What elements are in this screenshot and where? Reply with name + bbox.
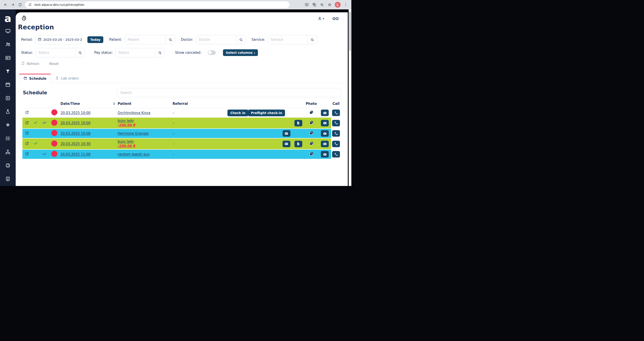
translate-icon[interactable]: [311, 1, 318, 8]
forward-button[interactable]: [10, 1, 16, 8]
open-record-icon[interactable]: [25, 142, 29, 146]
open-record-icon[interactable]: [25, 110, 29, 114]
settings-gears-icon[interactable]: ⚙⚙: [332, 16, 338, 21]
open-record-icon[interactable]: [25, 131, 29, 135]
photos-icon[interactable]: [309, 131, 314, 135]
user-menu-button[interactable]: ▾: [318, 16, 324, 21]
card-button[interactable]: [282, 130, 290, 137]
patient-link[interactable]: Hermione Granger: [118, 132, 149, 136]
table-search-input[interactable]: [117, 88, 341, 97]
reload-button[interactable]: [16, 1, 23, 8]
camera-button[interactable]: [321, 120, 329, 126]
table-row: 20.03.2025 10:00 busy lady -200.00 ₽ – C…: [22, 118, 341, 129]
sidebar-item-add[interactable]: [0, 92, 16, 105]
sidebar-item-calendar[interactable]: [0, 78, 16, 92]
tab-schedule[interactable]: Schedule: [19, 74, 51, 83]
document-button[interactable]: [294, 141, 302, 147]
phone-button[interactable]: [332, 130, 340, 137]
profile-avatar[interactable]: L: [335, 2, 340, 8]
period-input[interactable]: 2025-03-20 - 2025-03-2: [36, 35, 82, 44]
pay-status-input[interactable]: [116, 48, 155, 57]
phone-button[interactable]: [332, 151, 340, 158]
camera-button[interactable]: [321, 130, 329, 137]
appointment-time-link[interactable]: 20.03.2025 10:00: [60, 121, 90, 125]
sidebar-item-desktop[interactable]: [0, 24, 16, 38]
sidebar-item-cashier[interactable]: [0, 159, 16, 172]
doctor-search-button[interactable]: [236, 35, 246, 44]
sort-icon[interactable]: ↕: [113, 102, 116, 106]
patient-balance[interactable]: -200.00 ₽: [118, 123, 171, 127]
table-row: 20.03.2025 10:00 Ovchinnikova Kivsa – Ch…: [22, 108, 341, 118]
page-title: Reception: [16, 24, 348, 32]
sidebar-item-tasks[interactable]: [0, 132, 16, 145]
doctor-input[interactable]: [196, 35, 236, 44]
scrollbar[interactable]: [349, 10, 351, 186]
pay-status-search-button[interactable]: [155, 48, 164, 57]
check-in-button[interactable]: Check in: [228, 110, 248, 116]
preflight-check-in-button[interactable]: Preflight check-in: [248, 110, 285, 116]
camera-button[interactable]: [321, 151, 329, 158]
refresh-button[interactable]: Refresh: [21, 62, 40, 66]
phone-button[interactable]: [332, 120, 340, 126]
photos-icon[interactable]: [309, 141, 314, 146]
select-columns-button[interactable]: Select columns▾: [223, 49, 258, 56]
zoom-icon[interactable]: [319, 1, 325, 8]
today-button[interactable]: Today: [88, 36, 103, 43]
tab-lab-orders[interactable]: Lab orders: [51, 74, 83, 83]
show-canceled-toggle[interactable]: [208, 50, 216, 55]
sidebar-item-cryo[interactable]: ❄: [0, 118, 16, 132]
period-value: 2025-03-20 - 2025-03-2: [43, 38, 82, 42]
sidebar-item-structure[interactable]: [0, 145, 16, 159]
patient-link[interactable]: busy lady: [118, 119, 134, 123]
scrollbar-thumb[interactable]: [349, 12, 351, 51]
sidebar-item-lab[interactable]: [0, 105, 16, 118]
browser-toolbar: test.alpaca-dev.ru/cpl/reception L: [0, 0, 351, 10]
open-record-icon[interactable]: [25, 152, 29, 156]
patient-link[interactable]: Ovchinnikova Kivsa: [118, 111, 150, 115]
card-button[interactable]: [282, 141, 290, 147]
status-search-button[interactable]: [75, 48, 85, 57]
table-header-row: Date/Time ↕ Patient Referral Photo Call: [22, 100, 341, 108]
browser-menu-icon[interactable]: [342, 1, 349, 8]
address-bar[interactable]: test.alpaca-dev.ru/cpl/reception: [25, 1, 290, 8]
back-button[interactable]: [2, 1, 9, 8]
open-record-icon[interactable]: [25, 121, 29, 124]
pay-status-label: Pay status:: [94, 51, 113, 55]
patient-filter: [125, 35, 175, 44]
patient-link[interactable]: random jewish guy: [118, 152, 150, 156]
service-input[interactable]: [268, 35, 308, 44]
sidebar-item-building[interactable]: [0, 172, 16, 186]
bookmark-star-icon[interactable]: [326, 1, 333, 8]
patient-search-button[interactable]: [166, 35, 175, 44]
referral-value: –: [172, 132, 174, 136]
photos-icon[interactable]: [309, 120, 314, 125]
sidebar-item-contacts[interactable]: [0, 51, 16, 64]
photos-icon[interactable]: [309, 110, 314, 114]
check-icon: [34, 120, 38, 124]
camera-button[interactable]: [321, 141, 329, 147]
camera-button[interactable]: [321, 110, 329, 116]
sidebar-item-staff[interactable]: [0, 38, 16, 51]
photos-icon[interactable]: [309, 152, 314, 156]
service-search-button[interactable]: [308, 35, 317, 44]
phone-button[interactable]: [332, 110, 340, 116]
col-patient: Patient: [117, 100, 172, 108]
patient-input[interactable]: [125, 35, 166, 44]
appointment-time-link[interactable]: 20.03.2025 11:00: [60, 152, 90, 156]
url-text: test.alpaca-dev.ru/cpl/reception: [34, 3, 84, 6]
reset-button[interactable]: Reset: [49, 62, 59, 66]
site-info-icon[interactable]: [28, 2, 32, 7]
status-input[interactable]: [36, 48, 75, 57]
patient-balance[interactable]: -200.00 ₽: [118, 144, 171, 148]
document-button[interactable]: [294, 120, 302, 126]
appointment-time-link[interactable]: 20.03.2025 10:00: [60, 132, 90, 136]
appointment-time-link[interactable]: 20.03.2025 10:00: [60, 111, 90, 115]
patient-link[interactable]: busy lady: [118, 140, 134, 144]
install-app-icon[interactable]: [304, 1, 310, 8]
appointment-time-link[interactable]: 20.03.2025 10:30: [60, 142, 90, 146]
sidebar: a ❄: [0, 10, 16, 186]
schedule-title: Schedule: [22, 90, 47, 96]
sidebar-item-filter[interactable]: [0, 64, 16, 78]
alpaca-logo[interactable]: a: [4, 12, 11, 24]
phone-button[interactable]: [332, 141, 340, 147]
